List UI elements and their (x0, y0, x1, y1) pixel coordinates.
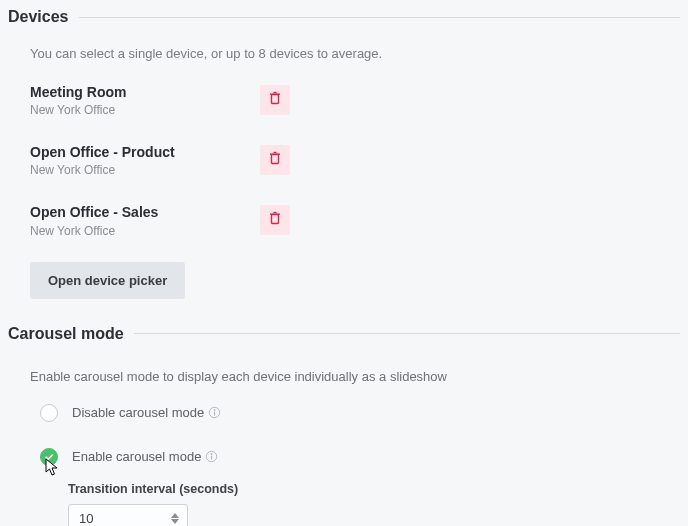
trash-icon (269, 91, 281, 109)
delete-device-button[interactable] (260, 85, 290, 115)
device-location: New York Office (30, 224, 260, 238)
transition-interval-block: Transition interval (seconds) 10 (0, 472, 688, 526)
carousel-section-header: Carousel mode (0, 317, 688, 351)
delete-device-button[interactable] (260, 205, 290, 235)
info-icon (208, 406, 221, 419)
radio-disable-carousel[interactable]: Disable carousel mode (0, 398, 688, 428)
device-location: New York Office (30, 103, 260, 117)
device-row: Open Office - Sales New York Office (0, 195, 688, 255)
delete-device-button[interactable] (260, 145, 290, 175)
svg-point-13 (211, 453, 213, 455)
open-device-picker-button[interactable]: Open device picker (30, 262, 185, 299)
svg-point-10 (214, 409, 216, 411)
svg-marker-16 (171, 519, 179, 524)
device-row: Open Office - Product New York Office (0, 135, 688, 195)
svg-marker-15 (171, 513, 179, 518)
devices-title: Devices (8, 8, 69, 26)
svg-rect-14 (211, 456, 212, 460)
devices-subtext: You can select a single device, or up to… (0, 34, 688, 75)
carousel-description: Enable carousel mode to display each dev… (0, 351, 688, 398)
picker-row: Open device picker (0, 256, 688, 317)
info-icon (205, 450, 218, 463)
svg-rect-6 (272, 215, 279, 224)
stepper-icon (171, 513, 179, 524)
svg-rect-11 (214, 412, 215, 416)
svg-rect-3 (272, 155, 279, 164)
device-name: Open Office - Sales (30, 203, 260, 221)
trash-icon (269, 211, 281, 229)
radio-checked-icon (40, 448, 58, 466)
device-text: Open Office - Sales New York Office (30, 203, 260, 237)
device-location: New York Office (30, 163, 260, 177)
devices-section-header: Devices (0, 0, 688, 34)
device-text: Meeting Room New York Office (30, 83, 260, 117)
radio-enable-carousel[interactable]: Enable carousel mode (0, 442, 688, 472)
transition-interval-label: Transition interval (seconds) (68, 482, 688, 496)
transition-interval-select[interactable]: 10 (68, 504, 188, 526)
divider (134, 333, 680, 334)
device-text: Open Office - Product New York Office (30, 143, 260, 177)
carousel-title: Carousel mode (8, 325, 124, 343)
radio-unchecked-icon (40, 404, 58, 422)
radio-label: Enable carousel mode (72, 449, 201, 464)
transition-interval-value: 10 (79, 511, 93, 526)
radio-label: Disable carousel mode (72, 405, 204, 420)
trash-icon (269, 151, 281, 169)
device-name: Open Office - Product (30, 143, 260, 161)
svg-rect-0 (272, 95, 279, 104)
device-name: Meeting Room (30, 83, 260, 101)
divider (79, 17, 681, 18)
device-row: Meeting Room New York Office (0, 75, 688, 135)
